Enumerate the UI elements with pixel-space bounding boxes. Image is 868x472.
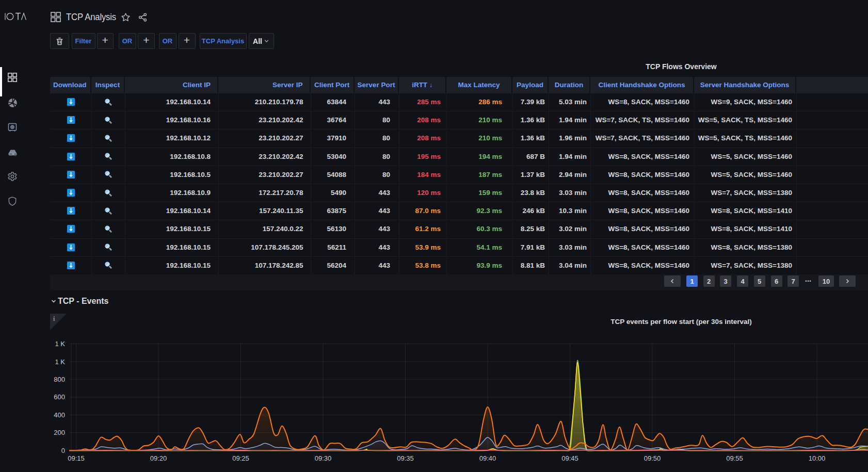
svg-text:1 K: 1 K — [55, 358, 65, 366]
svg-text:09:35: 09:35 — [397, 454, 414, 462]
svg-text:09:20: 09:20 — [150, 454, 167, 462]
svg-text:0: 0 — [61, 447, 65, 454]
svg-text:09:15: 09:15 — [68, 454, 85, 462]
svg-text:800: 800 — [54, 376, 65, 383]
svg-text:200: 200 — [54, 429, 65, 436]
svg-text:10:00: 10:00 — [809, 454, 826, 462]
svg-text:09:55: 09:55 — [726, 454, 743, 462]
svg-text:09:45: 09:45 — [561, 454, 578, 462]
svg-text:400: 400 — [54, 411, 65, 419]
svg-text:09:40: 09:40 — [479, 454, 496, 462]
svg-text:09:25: 09:25 — [232, 454, 249, 462]
svg-text:600: 600 — [54, 393, 65, 401]
svg-text:09:30: 09:30 — [315, 454, 332, 462]
svg-text:09:50: 09:50 — [644, 454, 661, 462]
svg-text:1 K: 1 K — [55, 340, 65, 348]
